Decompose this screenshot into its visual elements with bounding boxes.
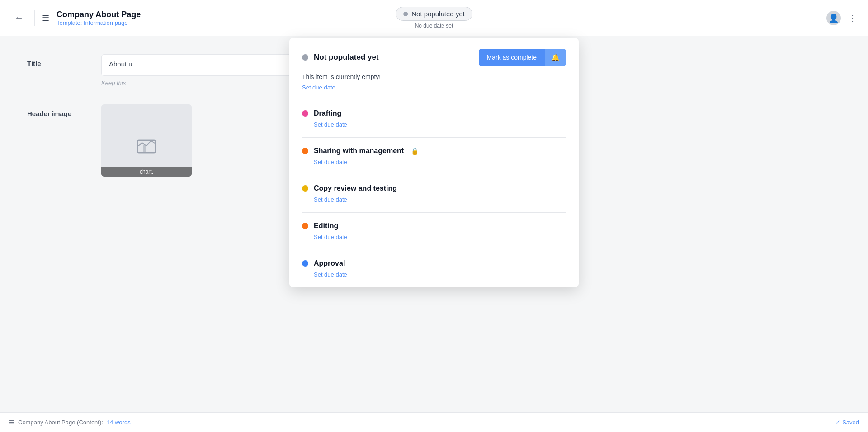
copy-review-due-link[interactable]: Set due date (302, 196, 347, 203)
header-image-label: Header image (27, 104, 90, 117)
menu-icon[interactable]: ☰ (42, 13, 49, 23)
sharing-label: Sharing with management (314, 147, 404, 155)
template-link[interactable]: Information page (84, 19, 128, 26)
nav-divider (34, 10, 35, 26)
back-icon: ← (14, 13, 24, 23)
drafting-due-link[interactable]: Set due date (302, 121, 347, 128)
status-dot-gray (403, 12, 408, 16)
statusbar-label: Company About Page (Content): (18, 419, 103, 426)
set-due-date-link-top[interactable]: Set due date (289, 84, 579, 100)
statusbar-icon: ☰ (9, 419, 14, 426)
drafting-row[interactable]: Drafting (302, 109, 566, 117)
copy-review-row[interactable]: Copy review and testing (302, 184, 566, 193)
bell-button[interactable]: 🔔 (545, 49, 566, 66)
editing-row[interactable]: Editing (302, 222, 566, 230)
saved-status: ✓ Saved (835, 419, 859, 426)
top-navigation: ← ☰ Company About Page Template: Informa… (0, 0, 868, 36)
editing-due-link[interactable]: Set due date (302, 234, 347, 240)
mark-complete-button[interactable]: Mark as complete 🔔 (479, 49, 566, 66)
lock-icon: 🔒 (411, 147, 419, 155)
status-pill[interactable]: Not populated yet (396, 7, 472, 21)
status-dropdown-panel: Not populated yet Mark as complete 🔔 Thi… (289, 38, 579, 287)
dot-yellow (302, 185, 308, 192)
back-button[interactable]: ← (11, 10, 27, 26)
more-options-button[interactable]: ⋮ (848, 13, 857, 23)
saved-text: Saved (842, 419, 859, 426)
image-icon (133, 131, 160, 163)
statusbar-left: ☰ Company About Page (Content): 14 words (9, 419, 131, 426)
status-bar: ☰ Company About Page (Content): 14 words… (0, 412, 868, 432)
image-placeholder[interactable]: chart. (101, 104, 192, 177)
title-label: Title (27, 54, 90, 67)
approval-due-link[interactable]: Set due date (302, 271, 347, 278)
bell-icon: 🔔 (551, 53, 560, 61)
status-center: Not populated yet No due date set (396, 7, 472, 29)
editing-label: Editing (314, 222, 338, 230)
due-date-text[interactable]: No due date set (415, 23, 453, 29)
svg-rect-1 (143, 145, 146, 153)
mark-complete-label[interactable]: Mark as complete (479, 49, 545, 66)
drafting-label: Drafting (314, 109, 341, 117)
empty-message: This item is currently empty! (289, 73, 579, 84)
status-item-editing: Editing Set due date (289, 213, 579, 250)
approval-label: Approval (314, 259, 345, 268)
copy-review-label: Copy review and testing (314, 184, 397, 193)
saved-icon: ✓ (835, 419, 840, 426)
sharing-row[interactable]: Sharing with management 🔒 (302, 147, 566, 155)
approval-row[interactable]: Approval (302, 259, 566, 268)
dot-blue-approval (302, 260, 308, 267)
image-label: chart. (101, 167, 192, 177)
dropdown-status-row: Not populated yet (302, 53, 379, 62)
nav-right-actions: 👤 ⋮ (826, 11, 857, 25)
user-avatar[interactable]: 👤 (826, 11, 841, 25)
dot-orange-editing (302, 223, 308, 229)
statusbar-word-count[interactable]: 14 words (107, 419, 131, 426)
dot-orange-sharing (302, 148, 308, 154)
status-item-sharing: Sharing with management 🔒 Set due date (289, 138, 579, 175)
status-item-drafting: Drafting Set due date (289, 100, 579, 137)
avatar-icon: 👤 (829, 13, 839, 23)
status-item-copy-review: Copy review and testing Set due date (289, 175, 579, 212)
dropdown-status-name: Not populated yet (314, 53, 379, 62)
dropdown-header: Not populated yet Mark as complete 🔔 (289, 38, 579, 73)
dropdown-status-dot (302, 54, 308, 61)
status-item-approval: Approval Set due date (289, 250, 579, 287)
sharing-due-link[interactable]: Set due date (302, 159, 347, 165)
status-pill-text: Not populated yet (411, 10, 465, 18)
dot-pink (302, 110, 308, 117)
